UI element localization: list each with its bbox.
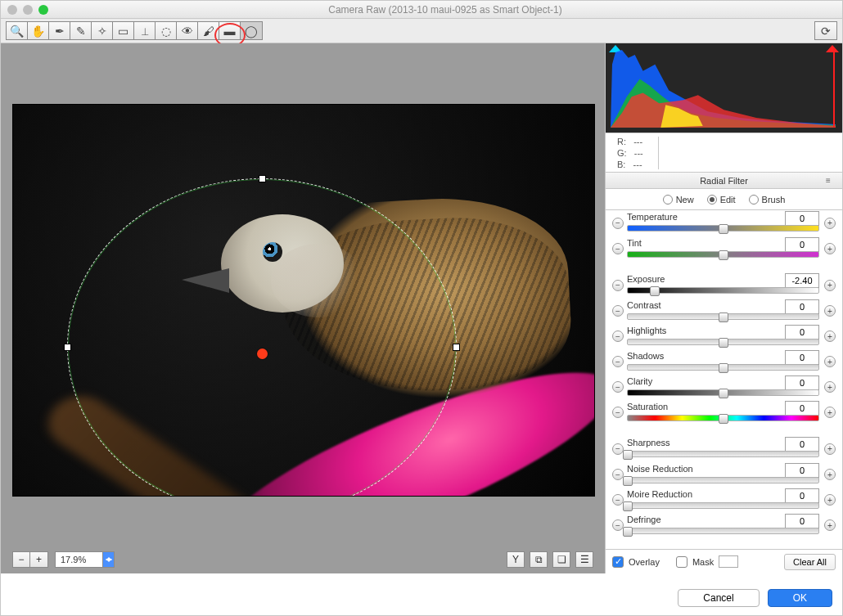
slider-value-input[interactable] <box>785 211 819 226</box>
plus-icon[interactable]: + <box>824 330 836 342</box>
slider-track[interactable] <box>627 339 819 345</box>
slider-thumb[interactable] <box>623 527 633 537</box>
minus-icon[interactable]: − <box>612 280 624 291</box>
minus-icon[interactable]: − <box>612 330 624 342</box>
radial-filter-handle-top[interactable] <box>259 175 266 182</box>
slider-track[interactable] <box>627 528 819 534</box>
slider-track[interactable] <box>627 225 819 232</box>
slider-thumb[interactable] <box>719 250 728 260</box>
radial-filter-pin[interactable] <box>257 348 268 359</box>
radial-filter-handle-left[interactable] <box>64 344 71 351</box>
overlay-checkbox[interactable]: ✓ <box>612 556 624 568</box>
radial-filter-handle-right[interactable] <box>453 344 460 351</box>
zoom-select[interactable]: 17.9% <box>55 551 115 568</box>
image-preview[interactable] <box>12 104 595 497</box>
slider-value-input[interactable] <box>785 488 819 503</box>
graduated-filter-tool[interactable]: ▬ <box>219 22 241 39</box>
plus-icon[interactable]: + <box>824 407 836 418</box>
slider-thumb[interactable] <box>623 501 633 511</box>
mode-new[interactable]: New <box>663 195 694 205</box>
zoom-window-icon[interactable] <box>38 5 48 15</box>
mode-edit[interactable]: Edit <box>707 195 736 205</box>
crop-tool[interactable]: ▭ <box>113 22 134 39</box>
white-balance-tool[interactable]: ✒ <box>49 22 70 39</box>
slider-thumb[interactable] <box>623 476 633 486</box>
plus-icon[interactable]: + <box>824 494 836 506</box>
slider-track[interactable] <box>627 313 819 320</box>
preview-preferences-button[interactable]: ❏ <box>552 551 570 568</box>
slider-track[interactable] <box>627 415 819 421</box>
slider-value-input[interactable] <box>785 237 819 252</box>
zoom-in-button[interactable]: + <box>30 551 48 568</box>
slider-track[interactable] <box>627 502 819 509</box>
minus-icon[interactable]: − <box>612 356 624 367</box>
minus-icon[interactable]: − <box>612 519 624 531</box>
minus-icon[interactable]: − <box>612 218 624 229</box>
slider-thumb[interactable] <box>650 286 660 296</box>
slider-value-input[interactable] <box>785 350 819 365</box>
histogram[interactable] <box>606 43 842 133</box>
minus-icon[interactable]: − <box>612 305 624 317</box>
before-after-button[interactable]: ⧉ <box>530 551 548 568</box>
slider-value-input[interactable] <box>785 299 819 314</box>
cancel-button[interactable]: Cancel <box>678 589 759 607</box>
plus-icon[interactable]: + <box>824 356 836 367</box>
slider-value-input[interactable] <box>785 273 819 288</box>
filmstrip-toggle-button[interactable]: Y <box>507 551 525 568</box>
mask-checkbox[interactable] <box>676 556 687 568</box>
slider-track[interactable] <box>627 251 819 258</box>
slider-thumb[interactable] <box>623 450 633 460</box>
plus-icon[interactable]: + <box>824 469 836 480</box>
plus-icon[interactable]: + <box>824 519 836 531</box>
slider-thumb[interactable] <box>719 389 728 398</box>
spot-removal-tool[interactable]: ◌ <box>156 22 177 39</box>
ok-button[interactable]: OK <box>768 589 832 607</box>
zoom-out-button[interactable]: − <box>12 551 30 568</box>
targeted-adjustment-tool[interactable]: ✧ <box>92 22 113 39</box>
mode-brush[interactable]: Brush <box>749 195 786 205</box>
slider-track[interactable] <box>627 364 819 371</box>
slider-value-input[interactable] <box>785 375 819 390</box>
color-sampler-tool[interactable]: ✎ <box>70 22 92 39</box>
clear-all-button[interactable]: Clear All <box>784 554 836 570</box>
slider-track[interactable] <box>627 451 819 457</box>
red-eye-tool[interactable]: 👁 <box>177 22 198 39</box>
straighten-tool[interactable]: ⟂ <box>134 22 156 39</box>
slider-track[interactable] <box>627 477 819 483</box>
plus-icon[interactable]: + <box>824 218 836 229</box>
slider-thumb[interactable] <box>719 414 728 424</box>
slider-track[interactable] <box>627 389 819 396</box>
slider-thumb[interactable] <box>719 363 728 373</box>
slider-track[interactable] <box>627 287 819 294</box>
rotate-button[interactable]: ⟳ <box>814 21 837 40</box>
slider-thumb[interactable] <box>719 312 728 322</box>
zoom-tool[interactable]: 🔍 <box>7 22 28 39</box>
mask-color-swatch[interactable] <box>719 555 738 568</box>
slider-value-input[interactable] <box>785 325 819 339</box>
close-window-icon[interactable] <box>7 5 17 15</box>
slider-thumb[interactable] <box>719 224 728 234</box>
plus-icon[interactable]: + <box>824 305 836 317</box>
plus-icon[interactable]: + <box>824 280 836 291</box>
minimize-window-icon[interactable] <box>23 5 33 15</box>
hand-tool[interactable]: ✋ <box>28 22 49 39</box>
slider-value-input[interactable] <box>785 437 819 452</box>
plus-icon[interactable]: + <box>824 381 836 393</box>
minus-icon[interactable]: − <box>612 381 624 393</box>
plus-icon[interactable]: + <box>824 443 836 455</box>
settings-button[interactable]: ☰ <box>575 551 593 568</box>
minus-icon[interactable]: − <box>612 494 624 506</box>
minus-icon[interactable]: − <box>612 469 624 480</box>
minus-icon[interactable]: − <box>612 407 624 418</box>
adjustment-brush-tool[interactable]: 🖌 <box>198 22 219 39</box>
radial-filter-tool[interactable]: ◯ <box>241 22 262 39</box>
slider-value-input[interactable] <box>785 401 819 416</box>
minus-icon[interactable]: − <box>612 243 624 254</box>
slider-value-input[interactable] <box>785 514 819 528</box>
panel-menu-icon[interactable]: ≡ <box>826 176 839 186</box>
plus-icon[interactable]: + <box>824 243 836 254</box>
slider-value-input[interactable] <box>785 463 819 478</box>
radial-filter-overlay[interactable] <box>67 178 457 497</box>
slider-thumb[interactable] <box>719 338 728 348</box>
minus-icon[interactable]: − <box>612 443 624 455</box>
